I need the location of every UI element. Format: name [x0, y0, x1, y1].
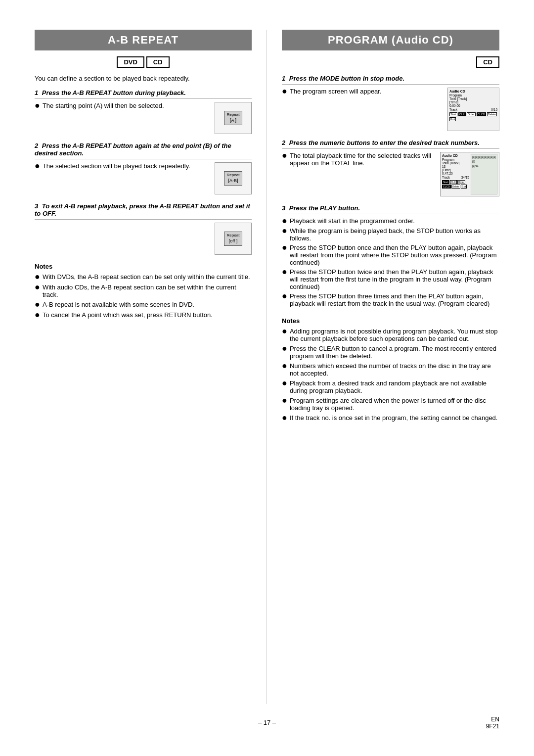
ab-step-1-bullet-0: ● The starting point (A) will then be se…	[35, 102, 210, 110]
page-number: – 17 –	[258, 719, 276, 726]
ab-repeat-title-text: A-B REPEAT	[108, 34, 178, 47]
ab-notes: Notes ● With DVDs, the A-B repeat sectio…	[35, 263, 252, 319]
prog-note-0: ● Adding programs is not possible during…	[282, 328, 499, 342]
prog-step-1-title: 1 Press the MODE button in stop mode.	[282, 75, 499, 85]
ab-badge-row: DVD CD	[35, 56, 252, 68]
program-badge-row: CD	[282, 56, 499, 68]
program-cd-badge: CD	[476, 56, 499, 68]
dvd-badge: DVD	[117, 56, 144, 68]
prog-step-3-bullet-4: ● Press the STOP button three times and …	[282, 292, 499, 307]
ab-step-3: 3 To exit A-B repeat playback, press the…	[35, 202, 252, 255]
ab-step-2-bullet-0: ● The selected section will be played ba…	[35, 162, 210, 170]
prog-step-3-bullet-0: ● Playback will start in the programmed …	[282, 217, 499, 225]
ab-step-2: 2 Press the A-B REPEAT button again at t…	[35, 142, 252, 194]
prog-step-3-title: 3 Press the PLAY button.	[282, 204, 499, 214]
ab-repeat-section: A-B REPEAT DVD CD You can define a secti…	[35, 30, 267, 704]
prog-step-3: 3 Press the PLAY button. ● Playback will…	[282, 204, 499, 309]
prog-note-2: ● Numbers which exceed the number of tra…	[282, 362, 499, 377]
program-title: PROGRAM (Audio CD)	[282, 30, 499, 50]
prog-note-3: ● Playback from a desired track and rand…	[282, 379, 499, 394]
program-title-text: PROGRAM (Audio CD)	[328, 34, 453, 47]
ab-note-1: ● With audio CDs, the A-B repeat section…	[35, 284, 252, 298]
ab-step-3-title: 3 To exit A-B repeat playback, press the…	[35, 202, 252, 220]
ab-intro: You can define a section to be played ba…	[35, 75, 252, 82]
ab-notes-title: Notes	[35, 263, 252, 270]
footer-code: EN 9F21	[486, 716, 499, 730]
ab-note-3: ● To cancel the A point which was set, p…	[35, 311, 252, 319]
ab-note-2: ● A-B repeat is not available with some …	[35, 301, 252, 309]
ab-step-1-title: 1 Press the A-B REPEAT button during pla…	[35, 89, 252, 99]
prog-step-2: 2 Press the numeric buttons to enter the…	[282, 139, 499, 196]
prog-step-3-body: ● Playback will start in the programmed …	[282, 217, 499, 309]
ab-step-3-screen: Repeat [off ]	[215, 223, 252, 255]
ab-step-2-screen: Repeat [A-B]	[215, 162, 252, 194]
prog-screen-1: Audio CD Program Total [Track] [Time] 0:…	[447, 88, 499, 131]
ab-step-2-title: 2 Press the A-B REPEAT button again at t…	[35, 142, 252, 159]
ab-note-0: ● With DVDs, the A-B repeat section can …	[35, 273, 252, 281]
prog-notes: Notes ● Adding programs is not possible …	[282, 317, 499, 422]
prog-step-1: 1 Press the MODE button in stop mode. ● …	[282, 75, 499, 131]
prog-note-5: ● If the track no. is once set in the pr…	[282, 414, 499, 422]
ab-notes-list: ● With DVDs, the A-B repeat section can …	[35, 273, 252, 319]
prog-step-1-body: ● The program screen will appear. Audio …	[282, 88, 499, 131]
ab-repeat-title: A-B REPEAT	[35, 30, 252, 50]
prog-step-2-title: 2 Press the numeric buttons to enter the…	[282, 139, 499, 149]
prog-note-1: ● Press the CLEAR button to cancel a pro…	[282, 345, 499, 360]
cd-badge: CD	[146, 56, 170, 68]
prog-notes-list: ● Adding programs is not possible during…	[282, 328, 499, 422]
prog-step-2-body: ● The total playback time for the select…	[282, 152, 499, 196]
prog-step-2-bullet-0: ● The total playback time for the select…	[282, 152, 435, 167]
ab-step-1-screen: Repeat [A ]	[215, 102, 252, 134]
page: A-B REPEAT DVD CD You can define a secti…	[0, 0, 534, 756]
ab-step-3-body: Repeat [off ]	[35, 223, 252, 255]
ab-step-1-number: 1	[35, 89, 38, 96]
footer: – 17 – EN 9F21	[35, 719, 499, 726]
ab-step-1-text: ● The starting point (A) will then be se…	[35, 102, 210, 112]
program-section: PROGRAM (Audio CD) CD 1 Press the MODE b…	[267, 30, 499, 704]
ab-step-1-body: ● The starting point (A) will then be se…	[35, 102, 252, 134]
ab-step-2-body: ● The selected section will be played ba…	[35, 162, 252, 194]
prog-step-3-bullet-3: ● Press the STOP button twice and then t…	[282, 268, 499, 290]
prog-notes-title: Notes	[282, 317, 499, 325]
prog-step-3-bullet-1: ● While the program is being played back…	[282, 227, 499, 242]
prog-screen-2: Audio CD Program Total [Track] 13 [Time]…	[440, 152, 499, 196]
prog-step-1-bullet-0: ● The program screen will appear.	[282, 88, 443, 95]
prog-note-4: ● Program settings are cleared when the …	[282, 397, 499, 412]
prog-step-3-bullet-2: ● Press the STOP button once and then th…	[282, 244, 499, 266]
ab-step-1: 1 Press the A-B REPEAT button during pla…	[35, 89, 252, 134]
